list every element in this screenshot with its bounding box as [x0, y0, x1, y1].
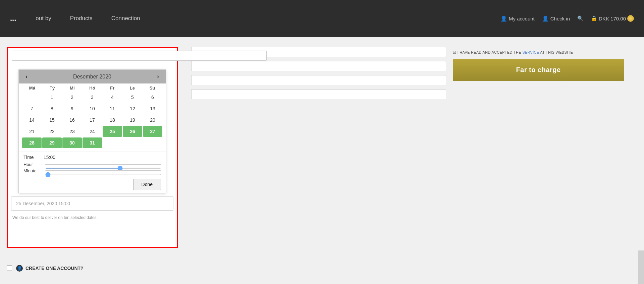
selected-date-display: 25 Desember, 2020 15:00 — [11, 196, 173, 211]
terms-suffix: AT THIS WEBSITE — [540, 50, 573, 54]
calendar-cell-4[interactable]: 4 — [103, 92, 122, 103]
navbar: ... out by Products Connection 👤 My acco… — [0, 0, 644, 37]
check-in-link[interactable]: 👤 Check in — [542, 15, 570, 22]
my-account-link[interactable]: 👤 My account — [500, 15, 535, 22]
calendar-cell-empty-4-4 — [103, 137, 122, 148]
create-account-label[interactable]: 👤 CREATE ONE ACCOUNT? — [16, 265, 84, 272]
user-icon: 👤 — [500, 15, 507, 22]
nav-link-connection[interactable]: Connection — [102, 15, 150, 22]
calendar-next-button[interactable]: › — [155, 73, 161, 80]
day-ma: Má — [22, 86, 42, 91]
time-section: Time 15:00 Hour Minute — [19, 152, 166, 176]
calendar-cell-15[interactable]: 15 — [42, 115, 62, 125]
day-mi: Mi — [62, 86, 82, 91]
navbar-left: ... out by Products Connection — [10, 14, 150, 23]
calendar-cell-empty-0-0 — [22, 92, 42, 103]
calendar-cell-16[interactable]: 16 — [62, 115, 82, 125]
calendar-cell-23[interactable]: 23 — [62, 126, 82, 137]
calendar-prev-button[interactable]: ‹ — [23, 73, 30, 80]
calendar-cell-28[interactable]: 28 — [22, 137, 42, 148]
calendar-cell-14[interactable]: 14 — [22, 115, 42, 125]
calendar-cell-24[interactable]: 24 — [83, 126, 102, 137]
calendar-cell-10[interactable]: 10 — [83, 103, 102, 114]
nav-link-checkout[interactable]: out by — [26, 15, 60, 22]
helper-text-content: We do our best to deliver on ten selecte… — [12, 215, 98, 220]
check-in-label: Check in — [550, 16, 570, 21]
day-fr: Fr — [102, 86, 122, 91]
hour-slider[interactable] — [45, 168, 161, 169]
calendar-cell-18[interactable]: 18 — [103, 115, 122, 125]
selected-date-text: 25 Desember, 2020 15:00 — [16, 201, 70, 206]
calendar-cell-27[interactable]: 27 — [143, 126, 162, 137]
time-row: Time 15:00 — [23, 155, 161, 160]
calendar-header: ‹ Desember 2020 › — [19, 70, 166, 83]
calendar-cell-1[interactable]: 1 — [42, 92, 62, 103]
form-field-3[interactable] — [191, 61, 446, 71]
scrollbar[interactable] — [638, 250, 644, 284]
calendar-cell-26[interactable]: 26 — [123, 126, 142, 137]
cart-price-label: DKK 170.00 — [599, 16, 626, 21]
form-field-5[interactable] — [191, 89, 446, 99]
hour-label: Hour — [23, 162, 42, 167]
navbar-brand: ... — [10, 14, 16, 23]
terms-prefix: ☑ I HAVE READ AND ACCEPTED THE — [453, 50, 522, 54]
terms-link[interactable]: SERVICE — [522, 50, 539, 54]
create-account-text: CREATE ONE ACCOUNT? — [25, 266, 84, 271]
day-le: Le — [122, 86, 143, 91]
calendar-body: Má Tý Mi Hó Fr Le Su 1234567891011121314… — [19, 83, 166, 152]
minute-slider[interactable] — [45, 174, 161, 175]
calendar-cell-29[interactable]: 29 — [42, 137, 62, 148]
minute-slider-track — [45, 170, 161, 171]
form-field-1[interactable] — [12, 51, 267, 61]
calendar-picker: ‹ Desember 2020 › Má Tý Mi Hó Fr Le Su 1… — [18, 69, 166, 193]
done-button[interactable]: Done — [133, 179, 161, 190]
bottom-section: 👤 CREATE ONE ACCOUNT? — [0, 258, 644, 278]
calendar-cell-20[interactable]: 20 — [143, 115, 162, 125]
day-ty: Tý — [42, 86, 62, 91]
search-button[interactable]: 🔍 — [577, 15, 584, 21]
cart-icon: 🔒 — [591, 15, 597, 21]
calendar-cell-5[interactable]: 5 — [123, 92, 142, 103]
terms-text: ☑ I HAVE READ AND ACCEPTED THE SERVICE A… — [453, 50, 624, 55]
form-field-4[interactable] — [191, 75, 446, 85]
calendar-cell-31[interactable]: 31 — [83, 137, 102, 148]
main-content: ‹ Desember 2020 › Má Tý Mi Hó Fr Le Su 1… — [0, 37, 644, 258]
calendar-cell-30[interactable]: 30 — [62, 137, 82, 148]
calendar-cell-3[interactable]: 3 — [83, 92, 102, 103]
calendar-cell-2[interactable]: 2 — [62, 92, 82, 103]
calendar-cell-6[interactable]: 6 — [143, 92, 162, 103]
left-panel: ‹ Desember 2020 › Má Tý Mi Hó Fr Le Su 1… — [7, 47, 178, 248]
calendar-cell-empty-4-6 — [143, 137, 162, 148]
navbar-right: 👤 My account 👤 Check in 🔍 🔒 DKK 170.00 — [500, 15, 634, 22]
hour-slider-row: Hour — [23, 162, 161, 167]
calendar-cell-8[interactable]: 8 — [42, 103, 62, 114]
account-circle-icon: 👤 — [16, 265, 23, 272]
calendar-cell-7[interactable]: 7 — [22, 103, 42, 114]
search-icon: 🔍 — [577, 15, 584, 21]
cart-total[interactable]: 🔒 DKK 170.00 — [591, 15, 634, 22]
calendar-cell-13[interactable]: 13 — [143, 103, 162, 114]
done-row: Done — [19, 176, 166, 193]
checkin-icon: 👤 — [542, 15, 549, 22]
calendar-cell-empty-4-5 — [123, 137, 142, 148]
calendar-day-names: Má Tý Mi Hó Fr Le Su — [22, 83, 162, 92]
hour-slider-track — [45, 164, 161, 165]
far-to-charge-button[interactable]: Far to charge — [453, 59, 624, 81]
create-account-checkbox[interactable] — [7, 266, 12, 271]
calendar-cell-19[interactable]: 19 — [123, 115, 142, 125]
calendar-month-title: Desember 2020 — [73, 74, 111, 80]
calendar-cell-21[interactable]: 21 — [22, 126, 42, 137]
calendar-cell-17[interactable]: 17 — [83, 115, 102, 125]
time-value: 15:00 — [44, 155, 55, 160]
calendar-cell-25[interactable]: 25 — [103, 126, 122, 137]
right-panel: ☑ I HAVE READ AND ACCEPTED THE SERVICE A… — [446, 44, 644, 251]
calendar-cell-11[interactable]: 11 — [103, 103, 122, 114]
day-ho: Hó — [82, 86, 102, 91]
minute-label: Minute — [23, 168, 42, 173]
nav-link-products[interactable]: Products — [61, 15, 102, 22]
calendar-cell-9[interactable]: 9 — [62, 103, 82, 114]
calendar-cell-12[interactable]: 12 — [123, 103, 142, 114]
calendar-helper-text: We do our best to deliver on ten selecte… — [8, 213, 177, 225]
calendar-cell-22[interactable]: 22 — [42, 126, 62, 137]
coin-icon — [627, 15, 634, 22]
